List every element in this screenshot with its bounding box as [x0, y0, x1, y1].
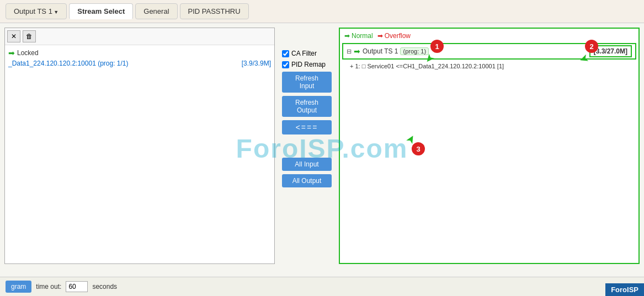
- tab-pid-passthru[interactable]: PID PASSTHRU: [180, 3, 249, 19]
- right-panel: ➡ Normal ➡ Overflow ⊟ ➡ Output TS 1 (pro…: [339, 28, 640, 264]
- service-text: + 1: □ Service01 <=CH1_Data1_224.120.120…: [350, 63, 504, 69]
- annotation-2: 2: [585, 40, 598, 53]
- middle-controls: CA Filter PID Remap Refresh Input Refres…: [279, 28, 334, 264]
- time-out-input[interactable]: [66, 281, 88, 292]
- seconds-label: seconds: [92, 283, 117, 290]
- normal-label: ➡ Normal: [344, 32, 373, 40]
- delete-button[interactable]: 🗑: [23, 30, 36, 42]
- refresh-output-button[interactable]: Refresh Output: [282, 96, 332, 117]
- move-left-button[interactable]: <===: [282, 120, 332, 134]
- bottom-bar: gram time out: seconds: [0, 277, 644, 296]
- output-ts-left: ⊟ ➡ Output TS 1 (prog: 1): [347, 47, 429, 56]
- ca-filter-label: CA Filter: [291, 50, 317, 57]
- gram-button[interactable]: gram: [6, 281, 31, 293]
- overflow-label: ➡ Overflow: [377, 32, 411, 40]
- top-tab-bar: Output TS 1 Stream Select General PID PA…: [0, 0, 644, 23]
- stream-link[interactable]: _Data1_224.120.120.2:10001 (prog: 1/1): [8, 60, 129, 67]
- pid-remap-row: PID Remap: [282, 61, 332, 68]
- locked-status-text: Locked: [17, 49, 39, 57]
- left-panel: ✕ 🗑 ➡ Locked _Data1_224.120.120.2:10001 …: [4, 28, 275, 264]
- annotation-3: 3: [412, 142, 425, 155]
- left-panel-content: ➡ Locked _Data1_224.120.120.2:10001 (pro…: [5, 45, 274, 263]
- left-toolbar: ✕ 🗑: [5, 28, 274, 45]
- tab-output-ts-1[interactable]: Output TS 1: [6, 3, 67, 19]
- ca-filter-row: CA Filter: [282, 50, 332, 57]
- foroisp-badge: ForoISP: [605, 283, 644, 296]
- prog-badge: (prog: 1): [400, 47, 429, 55]
- pid-remap-label: PID Remap: [291, 61, 326, 68]
- output-ts-name: Output TS 1: [363, 47, 398, 55]
- stream-row: _Data1_224.120.120.2:10001 (prog: 1/1) […: [8, 60, 271, 67]
- arrow-right-icon: ➡: [8, 49, 15, 57]
- service-row: + 1: □ Service01 <=CH1_Data1_224.120.120…: [348, 62, 636, 71]
- normal-arrow-icon: ➡: [344, 32, 350, 40]
- ca-filter-checkbox[interactable]: [282, 50, 289, 57]
- tree-expand-icon: ⊟: [347, 48, 352, 55]
- main-content: ✕ 🗑 ➡ Locked _Data1_224.120.120.2:10001 …: [0, 23, 644, 268]
- locked-status-row: ➡ Locked: [8, 49, 271, 57]
- tab-stream-select[interactable]: Stream Select: [69, 3, 133, 19]
- pid-remap-checkbox[interactable]: [282, 61, 289, 68]
- all-output-button[interactable]: All Output: [282, 174, 332, 187]
- all-input-button[interactable]: All Input: [282, 158, 332, 171]
- overflow-arrow-icon: ➡: [377, 32, 383, 40]
- refresh-input-button[interactable]: Refresh Input: [282, 72, 332, 93]
- tab-general[interactable]: General: [135, 3, 177, 19]
- annotation-1: 1: [430, 40, 444, 53]
- stream-rate: [3.9/3.9M]: [242, 60, 271, 67]
- arrow-double-icon: ➡: [354, 47, 360, 56]
- close-button[interactable]: ✕: [7, 30, 20, 42]
- time-out-label: time out:: [36, 283, 61, 290]
